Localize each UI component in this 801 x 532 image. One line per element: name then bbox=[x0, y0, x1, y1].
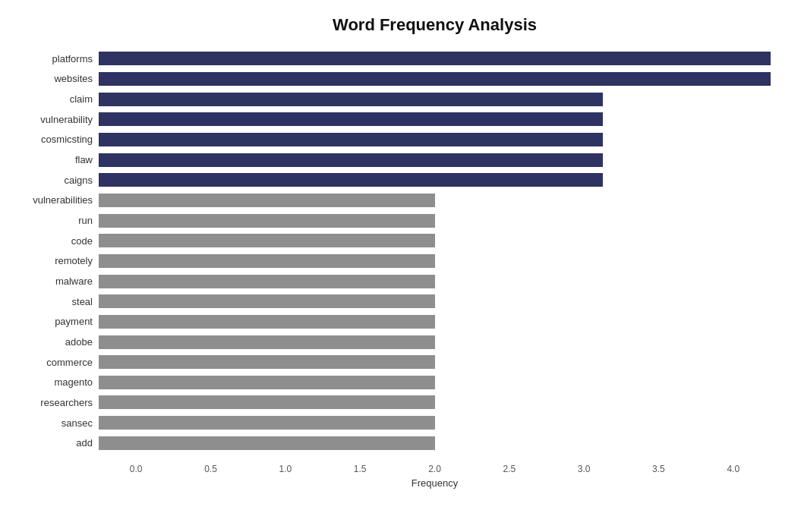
chart-inner: platformswebsitesclaimvulnerabilitycosmi… bbox=[99, 49, 771, 489]
bar-track bbox=[99, 315, 771, 329]
bar-track bbox=[99, 416, 771, 430]
bar-row: steal bbox=[99, 291, 771, 312]
bar-track bbox=[99, 254, 771, 268]
bar-track bbox=[99, 194, 771, 207]
bar-label: researchers bbox=[15, 397, 99, 408]
bar-row: remotely bbox=[99, 251, 771, 272]
bar-label: commerce bbox=[15, 357, 99, 368]
bar-label: caigns bbox=[15, 175, 99, 186]
bar-track bbox=[99, 173, 771, 187]
bar-label: adobe bbox=[15, 336, 99, 348]
bar-track bbox=[99, 335, 771, 349]
bar-fill bbox=[99, 214, 435, 228]
bar-row: payment bbox=[99, 312, 771, 332]
bar-row: add bbox=[99, 433, 771, 453]
bar-fill bbox=[99, 376, 435, 389]
x-tick: 1.5 bbox=[323, 464, 397, 474]
bar-row: cosmicsting bbox=[99, 130, 771, 150]
bar-row: claim bbox=[99, 89, 771, 109]
bar-label: remotely bbox=[15, 255, 99, 266]
bar-row: flaw bbox=[99, 150, 771, 170]
bar-track bbox=[99, 72, 771, 86]
bar-track bbox=[99, 294, 771, 308]
bar-fill bbox=[99, 52, 771, 65]
x-tick: 0.5 bbox=[173, 464, 248, 474]
bar-row: sansec bbox=[99, 413, 771, 433]
bar-track bbox=[99, 275, 771, 288]
bar-label: platforms bbox=[15, 53, 99, 65]
bar-row: run bbox=[99, 210, 771, 231]
bar-label: steal bbox=[15, 296, 99, 307]
bar-label: cosmicsting bbox=[15, 134, 99, 145]
x-tick: 2.0 bbox=[397, 464, 471, 474]
x-tick: 2.5 bbox=[472, 464, 547, 474]
bar-fill bbox=[99, 173, 603, 187]
bar-label: magento bbox=[15, 376, 99, 388]
bar-track bbox=[99, 93, 771, 106]
x-axis-container: 0.00.51.01.52.02.53.03.54.0 Frequency bbox=[99, 459, 771, 489]
x-tick: 3.5 bbox=[621, 464, 695, 474]
bar-row: platforms bbox=[99, 49, 771, 69]
bar-fill bbox=[99, 315, 435, 329]
bar-fill bbox=[99, 194, 435, 207]
bar-fill bbox=[99, 93, 603, 106]
bar-fill bbox=[99, 254, 435, 268]
chart-container: Word Frequency Analysis platformswebsite… bbox=[0, 0, 801, 532]
bar-row: caigns bbox=[99, 170, 771, 190]
bar-label: sansec bbox=[15, 417, 99, 429]
bar-label: code bbox=[15, 235, 99, 247]
bar-label: vulnerability bbox=[15, 114, 99, 125]
bar-track bbox=[99, 395, 771, 409]
bar-label: add bbox=[15, 437, 99, 449]
bar-row: vulnerabilities bbox=[99, 190, 771, 211]
bar-row: malware bbox=[99, 271, 771, 291]
bar-fill bbox=[99, 275, 435, 288]
bar-fill bbox=[99, 335, 435, 349]
bar-fill bbox=[99, 72, 771, 86]
bar-fill bbox=[99, 436, 435, 450]
bar-track bbox=[99, 52, 771, 65]
bar-track bbox=[99, 214, 771, 228]
bar-label: vulnerabilities bbox=[15, 194, 99, 206]
bar-row: magento bbox=[99, 373, 771, 393]
bar-row: websites bbox=[99, 69, 771, 90]
bar-track bbox=[99, 355, 771, 369]
bar-track bbox=[99, 112, 771, 126]
bar-fill bbox=[99, 355, 435, 369]
bar-row: adobe bbox=[99, 332, 771, 352]
x-tick: 0.0 bbox=[99, 464, 173, 474]
bar-label: claim bbox=[15, 93, 99, 105]
bar-fill bbox=[99, 153, 603, 167]
bar-fill bbox=[99, 416, 435, 430]
bars-section: platformswebsitesclaimvulnerabilitycosmi… bbox=[99, 49, 771, 453]
bar-label: run bbox=[15, 215, 99, 226]
bar-fill bbox=[99, 112, 603, 126]
bar-fill bbox=[99, 234, 435, 247]
x-tick: 4.0 bbox=[696, 464, 771, 474]
x-axis-label: Frequency bbox=[99, 477, 771, 489]
bar-track bbox=[99, 376, 771, 389]
x-tick: 3.0 bbox=[547, 464, 621, 474]
bar-row: vulnerability bbox=[99, 109, 771, 130]
bar-track bbox=[99, 436, 771, 450]
bar-label: websites bbox=[15, 73, 99, 84]
bar-row: commerce bbox=[99, 352, 771, 373]
bar-fill bbox=[99, 395, 435, 409]
bar-track bbox=[99, 133, 771, 146]
bar-label: flaw bbox=[15, 154, 99, 165]
bar-track bbox=[99, 153, 771, 167]
bar-row: researchers bbox=[99, 392, 771, 413]
bar-label: malware bbox=[15, 275, 99, 287]
x-tick: 1.0 bbox=[248, 464, 323, 474]
bar-track bbox=[99, 234, 771, 247]
chart-title: Word Frequency Analysis bbox=[99, 15, 771, 35]
bar-fill bbox=[99, 133, 603, 146]
x-axis: 0.00.51.01.52.02.53.03.54.0 bbox=[99, 464, 771, 474]
bar-label: payment bbox=[15, 316, 99, 327]
bar-row: code bbox=[99, 231, 771, 251]
bar-fill bbox=[99, 294, 435, 308]
